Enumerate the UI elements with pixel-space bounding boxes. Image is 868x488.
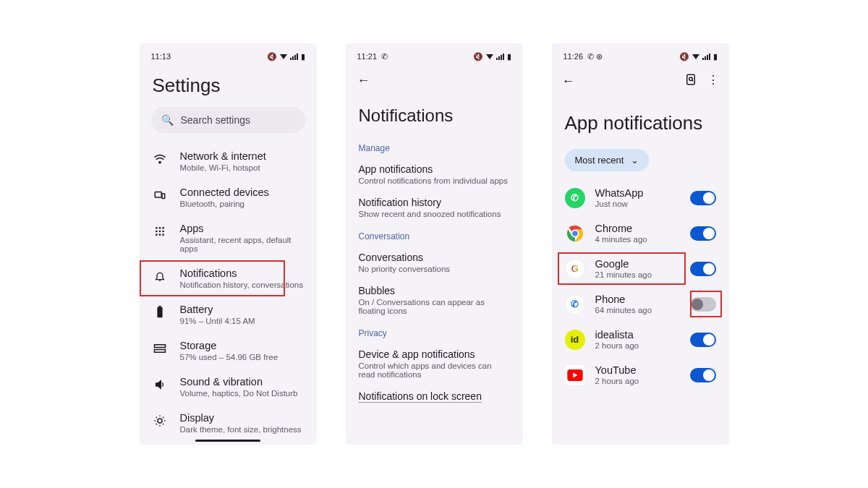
app-sub: 2 hours ago [595, 377, 680, 385]
item-sub: Dark theme, font size, brightness [180, 425, 304, 434]
svg-rect-17 [686, 74, 694, 85]
app-sub: 4 minutes ago [595, 235, 680, 244]
mute-icon: 🔇 [473, 52, 483, 61]
app-name: Google [595, 258, 680, 270]
item-conversations[interactable]: Conversations No priority conversations [346, 246, 523, 279]
notification-toggle[interactable] [690, 191, 716, 205]
settings-item-network[interactable]: Network & internet Mobile, Wi-Fi, hotspo… [140, 143, 317, 179]
item-label: Connected devices [180, 187, 304, 198]
svg-point-10 [158, 234, 161, 236]
notification-toggle[interactable] [690, 262, 716, 276]
item-sub: 57% used – 54.96 GB free [180, 353, 304, 361]
app-sub: Just now [595, 200, 680, 208]
item-sub: On / Conversations can appear as floatin… [359, 298, 510, 315]
filter-label: Most recent [575, 155, 624, 166]
app-row-whatsapp[interactable]: ✆WhatsAppJust now [552, 180, 729, 215]
svg-rect-14 [154, 345, 165, 348]
battery-icon: ▮ [301, 52, 305, 61]
svg-rect-1 [155, 192, 161, 198]
search-input[interactable]: 🔍 Search settings [151, 107, 305, 133]
battery-icon [153, 305, 167, 320]
overflow-menu-icon[interactable]: ⋮ [707, 73, 719, 89]
item-sub: Volume, haptics, Do Not Disturb [180, 389, 304, 398]
whatsapp-app-icon: ✆ [565, 188, 585, 208]
bell-icon [153, 269, 167, 283]
settings-item-battery[interactable]: Battery 91% – Until 4:15 AM [140, 296, 317, 333]
nav-handle[interactable] [195, 440, 260, 442]
notification-toggle[interactable] [690, 368, 716, 382]
item-bubbles[interactable]: Bubbles On / Conversations can appear as… [346, 279, 523, 321]
item-sub: Mobile, Wi-Fi, hotspot [180, 163, 304, 172]
app-sub: 2 hours ago [595, 341, 680, 350]
status-icons: 🔇 ▮ [473, 52, 511, 61]
wifi-icon [486, 54, 493, 59]
item-device-app-notifications[interactable]: Device & app notifications Control which… [346, 343, 523, 385]
page-title: Settings [140, 66, 317, 107]
signal-icon [290, 53, 298, 60]
app-sub: 64 minutes ago [595, 306, 680, 314]
item-lock-screen[interactable]: Notifications on lock screen [346, 385, 523, 408]
item-label: Notifications [180, 267, 304, 279]
notification-toggle[interactable] [690, 226, 716, 241]
app-row-google[interactable]: GGoogle21 minutes ago [552, 251, 729, 286]
filter-chip[interactable]: Most recent ⌄ [565, 149, 650, 171]
section-privacy: Privacy [346, 321, 523, 343]
app-row-idealista[interactable]: ididealista2 hours ago [552, 322, 729, 357]
item-label: App notifications [359, 163, 510, 175]
svg-point-16 [158, 419, 162, 423]
app-name: YouTube [595, 364, 680, 376]
back-button[interactable]: ← [357, 73, 370, 88]
item-app-notifications[interactable]: App notifications Control notifications … [346, 158, 523, 191]
svg-point-9 [156, 234, 158, 236]
page-title: Notifications [346, 93, 523, 136]
search-icon: 🔍 [161, 114, 174, 126]
svg-point-5 [162, 227, 164, 229]
svg-rect-13 [158, 306, 161, 307]
svg-point-3 [156, 227, 158, 229]
item-label: Battery [180, 304, 304, 315]
svg-point-21 [571, 230, 578, 236]
item-sub: Assistant, recent apps, default apps [180, 236, 304, 253]
app-name: idealista [595, 329, 680, 341]
mute-icon: 🔇 [267, 52, 277, 61]
app-row-youtube[interactable]: YouTube2 hours ago [552, 357, 729, 393]
settings-item-storage[interactable]: Storage 57% used – 54.96 GB free [140, 333, 317, 369]
svg-rect-12 [157, 307, 162, 317]
status-bar: 11:21 ✆ 🔇 ▮ [346, 43, 523, 66]
svg-point-11 [162, 234, 164, 236]
item-label: Apps [180, 223, 304, 234]
settings-item-display[interactable]: Display Dark theme, font size, brightnes… [140, 405, 317, 441]
item-sub: Bluetooth, pairing [180, 200, 304, 208]
battery-icon: ▮ [713, 52, 718, 61]
settings-item-connected[interactable]: Connected devices Bluetooth, pairing [140, 179, 317, 215]
svg-point-4 [158, 227, 161, 229]
item-sub: Control which apps and devices can read … [359, 361, 510, 379]
app-row-chrome[interactable]: Chrome4 minutes ago [552, 215, 729, 251]
settings-item-apps[interactable]: Apps Assistant, recent apps, default app… [140, 215, 317, 260]
item-label: Notifications on lock screen [359, 390, 510, 402]
app-row-phone[interactable]: ✆Phone64 minutes ago [552, 286, 729, 322]
item-label: Bubbles [359, 285, 510, 296]
item-label: Device & app notifications [359, 348, 510, 360]
whatsapp-status-icon: ✆ [587, 52, 594, 61]
app-sub: 21 minutes ago [595, 270, 680, 279]
screen-notifications: 11:21 ✆ 🔇 ▮ ← Notifications Manage App n… [346, 43, 523, 445]
wifi-icon [153, 152, 167, 166]
item-sub: Show recent and snoozed notifications [359, 210, 510, 218]
item-notification-history[interactable]: Notification history Show recent and sno… [346, 191, 523, 224]
settings-item-notifications[interactable]: Notifications Notification history, conv… [140, 260, 317, 296]
battery-icon: ▮ [507, 52, 511, 61]
back-button[interactable]: ← [562, 74, 575, 89]
notification-toggle[interactable] [690, 297, 716, 312]
notification-toggle[interactable] [690, 333, 716, 347]
apps-icon [153, 224, 167, 239]
settings-item-sound[interactable]: Sound & vibration Volume, haptics, Do No… [140, 369, 317, 405]
status-time: 11:21 [357, 52, 378, 61]
signal-icon [496, 53, 504, 60]
app-name: WhatsApp [595, 187, 680, 199]
search-in-page-icon[interactable] [684, 73, 697, 89]
svg-rect-15 [154, 350, 165, 353]
mute-icon: 🔇 [679, 52, 689, 61]
status-left: 11:21 ✆ [357, 52, 388, 61]
item-sub: 91% – Until 4:15 AM [180, 317, 304, 325]
